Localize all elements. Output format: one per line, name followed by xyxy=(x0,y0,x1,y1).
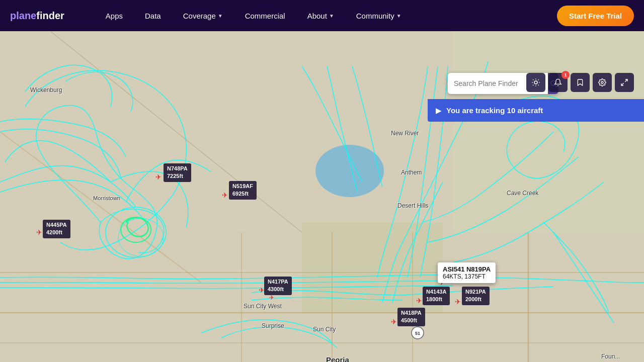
logo-finder: finder xyxy=(36,10,64,21)
settings-toggle[interactable] xyxy=(593,73,612,92)
aircraft-alt-n921pa: 2000ft xyxy=(465,296,486,303)
aircraft-alt-n4143a: 1800ft xyxy=(426,296,446,303)
fullscreen-toggle[interactable] xyxy=(615,73,634,92)
svg-point-19 xyxy=(315,145,384,197)
svg-text:51: 51 xyxy=(415,331,420,336)
logo[interactable]: planefinder xyxy=(10,10,64,22)
alert-badge: 1 xyxy=(561,71,570,79)
tracking-chevron-icon: ▶ xyxy=(436,107,441,115)
svg-rect-3 xyxy=(453,31,644,232)
aircraft-icon-n445pa: ✈ xyxy=(36,228,42,236)
aircraft-label-n417pa[interactable]: N417PA 4300ft xyxy=(264,277,292,295)
weather-toggle[interactable] xyxy=(526,73,545,92)
aircraft-label-n519af[interactable]: N519AF 6925ft xyxy=(229,181,257,200)
aircraft-alt-n418pa: 4500ft xyxy=(401,317,422,324)
aircraft-label-n748pa[interactable]: N748PA 7225ft xyxy=(164,163,191,182)
nav-links: Apps Data Coverage ▼ Commercial About ▼ … xyxy=(95,0,557,31)
aircraft-icon-n418pa: ✈ xyxy=(391,318,397,326)
aircraft-icon-n417pa: ✈ xyxy=(259,286,265,294)
aircraft-icon-n921pa: ✈ xyxy=(455,298,461,306)
aircraft-id-n4143a: N4143A xyxy=(426,288,446,296)
nav-data[interactable]: Data xyxy=(134,0,172,31)
aircraft-id-n418pa: N418PA xyxy=(401,309,422,317)
settings-icon xyxy=(598,78,606,86)
nav-community[interactable]: Community ▼ xyxy=(345,0,413,31)
place-cave-creek: Cave Creek xyxy=(507,190,538,197)
aircraft-icon-n519af: ✈ xyxy=(222,191,228,199)
aircraft-id-n748pa: N748PA xyxy=(167,165,188,172)
place-peoria: Peoria xyxy=(326,355,349,362)
map-container[interactable]: 51 60 17 xyxy=(0,31,644,362)
aircraft-id-n519af: N519AF xyxy=(232,183,253,190)
coverage-chevron-icon: ▼ xyxy=(218,13,223,19)
place-fountain-hills: Foun... xyxy=(601,353,620,360)
community-chevron-icon: ▼ xyxy=(396,13,401,19)
aircraft-popup-as541[interactable]: ASI541 N819PA 64KTS, 1375FT xyxy=(438,262,496,283)
aircraft-label-n418pa[interactable]: N418PA 4500ft xyxy=(397,308,425,326)
aircraft-icon-n417pa-2: ✈ xyxy=(269,294,274,301)
aircraft-id-n921pa: N921PA xyxy=(465,288,486,296)
logo-plane: plane xyxy=(10,10,36,21)
nav-about[interactable]: About ▼ xyxy=(296,0,345,31)
aircraft-id-n417pa: N417PA xyxy=(268,278,288,286)
place-wickenburg: Wickenburg xyxy=(30,86,62,94)
about-chevron-icon: ▼ xyxy=(329,13,334,19)
aircraft-label-n921pa[interactable]: N921PA 2000ft xyxy=(462,287,490,305)
aircraft-id-n445pa: N445PA xyxy=(46,221,67,229)
place-new-river: New River xyxy=(391,130,419,137)
aircraft-alt-n519af: 6925ft xyxy=(232,190,253,198)
weather-icon xyxy=(531,78,540,87)
aircraft-label-n4143a[interactable]: N4143A 1800ft xyxy=(423,287,450,305)
svg-point-26 xyxy=(601,81,603,83)
aircraft-alt-n748pa: 7225ft xyxy=(167,172,188,180)
nav-commercial[interactable]: Commercial xyxy=(234,0,296,31)
navbar: planefinder Apps Data Coverage ▼ Commerc… xyxy=(0,0,644,31)
nav-apps[interactable]: Apps xyxy=(95,0,134,31)
place-desert-hills: Desert Hills xyxy=(397,202,428,209)
tracking-message: You are tracking 10 aircraft xyxy=(446,106,543,115)
alert-toggle[interactable]: 1 xyxy=(548,73,568,92)
aircraft-icon-n748pa: ✈ xyxy=(155,173,162,181)
bookmark-toggle[interactable] xyxy=(571,73,590,92)
svg-line-27 xyxy=(625,79,627,82)
place-morristown: Morristown xyxy=(93,195,120,201)
place-surprise: Surprise xyxy=(262,322,284,329)
aircraft-label-n445pa[interactable]: N445PA 4200ft xyxy=(43,220,70,238)
start-free-button[interactable]: Start Free Trial xyxy=(557,6,634,26)
place-sun-city: Sun City xyxy=(313,326,336,333)
fullscreen-icon xyxy=(620,78,628,86)
bookmark-icon xyxy=(576,78,584,86)
svg-line-28 xyxy=(621,83,624,85)
place-anthem: Anthem xyxy=(401,169,422,176)
aircraft-popup-details: 64KTS, 1375FT xyxy=(443,273,486,280)
aircraft-icon-n4143a: ✈ xyxy=(416,297,422,305)
tracking-banner[interactable]: ▶ You are tracking 10 aircraft xyxy=(428,99,644,122)
aircraft-alt-n445pa: 4200ft xyxy=(46,229,67,236)
aircraft-popup-callsign: ASI541 N819PA xyxy=(443,265,491,273)
svg-point-25 xyxy=(534,81,537,84)
alert-icon xyxy=(554,78,562,86)
aircraft-alt-n417pa: 4300ft xyxy=(268,286,288,293)
place-sun-city-west: Sun City West xyxy=(244,303,282,310)
toolbar-icons: 1 xyxy=(526,73,634,92)
nav-coverage[interactable]: Coverage ▼ xyxy=(172,0,234,31)
